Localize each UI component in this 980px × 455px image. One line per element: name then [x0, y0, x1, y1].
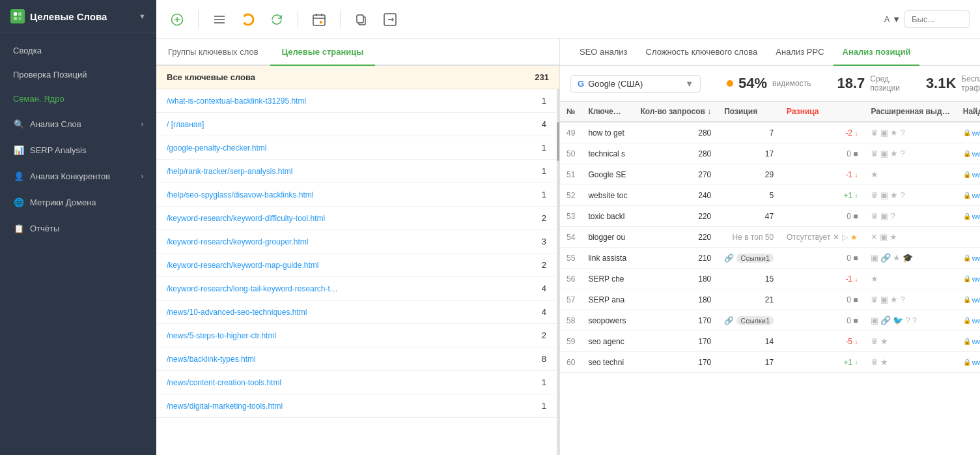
help-icon[interactable]: ? — [905, 316, 910, 325]
found-url[interactable]: 🔒 www.link-assist… — [963, 275, 980, 283]
star-icon[interactable]: ★ — [893, 253, 901, 263]
list-item[interactable]: /help/seo-spyglass/disavow-backlinks.htm… — [156, 183, 557, 207]
crown-icon[interactable]: ♛ — [871, 295, 878, 304]
star-icon[interactable]: ★ — [871, 274, 878, 284]
twitter-icon[interactable]: 🐦 — [893, 316, 903, 325]
table-row[interactable]: 58 seopowers 170 🔗Ссылки1 0 ■ ▣🔗🐦?? 🔒 ww… — [560, 310, 980, 331]
image-icon[interactable]: ▣ — [880, 295, 888, 304]
crown-icon[interactable]: ♛ — [871, 211, 878, 221]
list-item[interactable]: /help/rank-tracker/serp-analysis.html1 — [156, 160, 557, 183]
help-icon[interactable]: ? — [900, 128, 904, 138]
list-item[interactable]: /news/10-advanced-seo-techniques.html4 — [156, 301, 557, 324]
add-button[interactable] — [167, 9, 188, 30]
col-header-requests[interactable]: Кол-во запросов ↓ — [634, 102, 718, 122]
list-item[interactable]: /news/content-creation-tools.html1 — [156, 371, 557, 394]
found-url[interactable]: 🔒 www.link-assist… — [963, 254, 980, 262]
star-icon[interactable]: ★ — [889, 232, 897, 242]
page-url-link[interactable]: /news/content-creation-tools.html — [167, 378, 531, 387]
found-url[interactable]: 🔒 www.link-assist… — [963, 171, 980, 179]
found-url[interactable]: 🔒 www.link-assist… — [963, 317, 980, 325]
sidebar-item-konkurentov[interactable]: 👤 Анализ Конкурентов › — [0, 163, 156, 189]
star-icon[interactable]: ★ — [871, 169, 878, 179]
search-label[interactable]: А ▼ — [884, 14, 901, 24]
link-button[interactable] — [380, 9, 400, 30]
refresh-button[interactable] — [266, 9, 287, 30]
page-url-link[interactable]: /keyword-research/long-tail-keyword-rese… — [167, 284, 531, 293]
page-url-link[interactable]: /keyword-research/keyword-grouper.html — [167, 237, 531, 246]
table-row[interactable]: 60 seo techni 170 17 +1 ↑ ♛★ 🔒 www.link-… — [560, 352, 980, 373]
x-icon[interactable]: ✕ — [871, 232, 878, 242]
star-icon[interactable]: ★ — [890, 190, 898, 200]
found-url[interactable]: 🔒 www.link-assist… — [963, 150, 980, 158]
list-item[interactable]: /news/backlink-types.html8 — [156, 347, 557, 371]
table-row[interactable]: 55 link assista 210 🔗Ссылки1 0 ■ ▣🔗★🎓 🔒 … — [560, 248, 980, 269]
diploma-icon[interactable]: 🎓 — [903, 253, 913, 263]
table-row[interactable]: 51 Google SE 270 29 -1 ↓ ★ 🔒 www.link-as… — [560, 164, 980, 185]
page-url-link[interactable]: / [главная] — [167, 120, 531, 129]
tab-difficulty[interactable]: Сложность ключевого слова — [637, 39, 767, 66]
image-icon[interactable]: ▣ — [871, 316, 878, 325]
sidebar-item-metriki[interactable]: 🌐 Метрики Домена — [0, 189, 156, 215]
page-url-link[interactable]: /google-penalty-checker.html — [167, 143, 531, 153]
table-row[interactable]: 56 SERP che 180 15 -1 ↓ ★ 🔒 www.link-ass… — [560, 269, 980, 289]
found-url[interactable]: 🔒 www.link-assist… — [963, 213, 980, 220]
image-icon[interactable]: ▣ — [880, 232, 888, 242]
calendar-button[interactable] — [309, 9, 329, 30]
help-icon[interactable]: ? — [900, 149, 904, 158]
crown-icon[interactable]: ♛ — [871, 357, 878, 367]
link-icon[interactable]: 🔗 — [880, 316, 891, 325]
crown-icon[interactable]: ♛ — [871, 336, 878, 346]
tab-groups[interactable]: Группы ключевых слов — [156, 39, 270, 66]
table-row[interactable]: 53 toxic backl 220 47 0 ■ ♛▣? 🔒 www.link… — [560, 206, 980, 227]
page-url-link[interactable]: /help/seo-spyglass/disavow-backlinks.htm… — [167, 190, 531, 199]
help-icon[interactable]: ? — [900, 295, 904, 304]
sidebar-item-seman[interactable]: Семан. Ядро — [0, 87, 156, 111]
star-icon[interactable]: ★ — [880, 357, 888, 367]
sidebar-item-analiz-slov[interactable]: 🔍 Анализ Слов › — [0, 111, 156, 137]
table-row[interactable]: 59 seo agenc 170 14 -5 ↓ ♛★ 🔒 www.link-a… — [560, 331, 980, 352]
page-url-link[interactable]: /keyword-research/keyword-map-guide.html — [167, 261, 531, 270]
sidebar-header[interactable]: Целевые Слова ▼ — [0, 0, 156, 33]
engine-select[interactable]: G Google (США) ▼ — [570, 75, 701, 93]
list-item[interactable]: /keyword-research/keyword-map-guide.html… — [156, 254, 557, 277]
link-icon[interactable]: 🔗 — [880, 253, 891, 263]
sidebar-item-proverka[interactable]: Проверка Позиций — [0, 63, 156, 87]
list-item[interactable]: /news/digital-marketing-tools.html1 — [156, 394, 557, 418]
sidebar-item-otchety[interactable]: 📋 Отчёты — [0, 215, 156, 241]
help-icon[interactable]: ? — [900, 190, 904, 200]
search-input[interactable] — [904, 10, 970, 28]
page-url-link[interactable]: /news/digital-marketing-tools.html — [167, 402, 531, 411]
found-url[interactable]: 🔒 www.link-assist… — [963, 296, 980, 304]
page-url-link[interactable]: /news/5-steps-to-higher-ctr.html — [167, 331, 531, 340]
image-icon[interactable]: ▣ — [871, 253, 878, 263]
sidebar-item-svodka[interactable]: Сводка — [0, 38, 156, 63]
list-item[interactable]: /news/5-steps-to-higher-ctr.html2 — [156, 324, 557, 347]
found-url[interactable]: 🔒 www.link-assist… — [963, 338, 980, 345]
sidebar-item-serp[interactable]: 📊 SERP Analysis — [0, 137, 156, 163]
list-item[interactable]: /keyword-research/keyword-difficulty-too… — [156, 207, 557, 230]
image-icon[interactable]: ▣ — [880, 149, 888, 158]
tab-ppc[interactable]: Анализ PPC — [766, 39, 833, 66]
copy-button[interactable] — [351, 9, 372, 30]
tab-pages[interactable]: Целевые страницы — [270, 39, 376, 66]
table-row[interactable]: 52 website toc 240 5 +1 ↑ ♛▣★? 🔒 www.lin… — [560, 185, 980, 206]
found-url[interactable]: 🔒 www.link-assist… — [963, 359, 980, 366]
star-icon[interactable]: ★ — [880, 336, 888, 346]
crown-icon[interactable]: ♛ — [871, 128, 878, 138]
page-url-link[interactable]: /help/rank-tracker/serp-analysis.html — [167, 167, 531, 176]
page-url-link[interactable]: /what-is-contextual-backlink-t31295.html — [167, 96, 531, 106]
crown-icon[interactable]: ♛ — [871, 190, 878, 200]
list-item[interactable]: /keyword-research/keyword-grouper.html3 — [156, 230, 557, 254]
crown-icon[interactable]: ♛ — [871, 149, 878, 158]
star-icon[interactable]: ★ — [890, 295, 898, 304]
list-item[interactable]: /google-penalty-checker.html1 — [156, 136, 557, 160]
tab-seo-analysis[interactable]: SEO анализ — [570, 39, 637, 66]
star-icon[interactable]: ★ — [890, 128, 898, 138]
list-item[interactable]: /what-is-contextual-backlink-t31295.html… — [156, 89, 557, 113]
table-row[interactable]: 50 technical s 280 17 0 ■ ♛▣★? 🔒 www.lin… — [560, 143, 980, 164]
image-icon[interactable]: ▣ — [880, 190, 888, 200]
menu-button[interactable] — [209, 9, 230, 30]
found-url[interactable]: 🔒 www.link-assist… — [963, 129, 980, 137]
found-url[interactable]: 🔒 www.link-assist… — [963, 192, 980, 199]
list-item[interactable]: / [главная]4 — [156, 113, 557, 136]
